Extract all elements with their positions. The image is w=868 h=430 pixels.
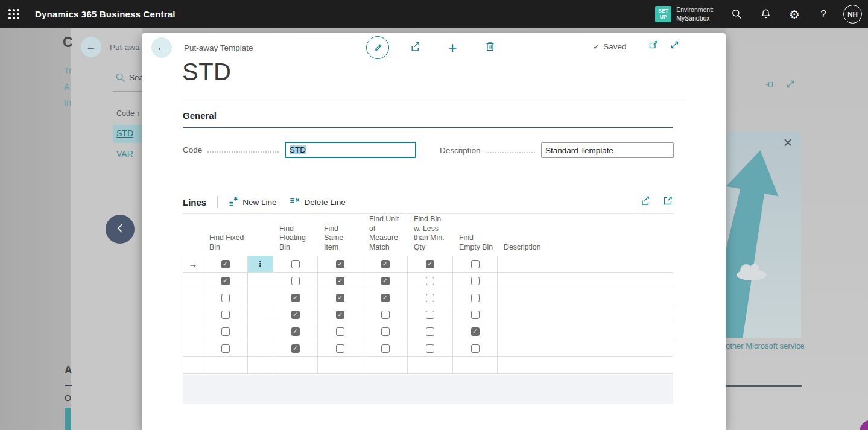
column-header-description[interactable]: Description bbox=[498, 243, 673, 256]
checkbox-find_same_item-checked[interactable]: ✓ bbox=[336, 311, 344, 319]
checkbox-find_floating_bin-checked[interactable]: ✓ bbox=[291, 294, 300, 302]
cell-description[interactable] bbox=[498, 273, 673, 289]
cell-find_bin_less_min[interactable] bbox=[408, 306, 453, 323]
checkbox-find_uom_match-unchecked[interactable] bbox=[381, 344, 390, 353]
user-avatar[interactable]: NH bbox=[843, 5, 862, 24]
checkbox-find_empty_bin-unchecked[interactable] bbox=[471, 344, 480, 353]
new-button[interactable]: + bbox=[441, 36, 464, 59]
checkbox-find_fixed_bin-checked[interactable]: ✓ bbox=[221, 260, 230, 268]
checkbox-find_floating_bin-unchecked[interactable] bbox=[291, 260, 300, 268]
code-input[interactable]: STD bbox=[285, 142, 416, 158]
cell-find_fixed_bin[interactable] bbox=[203, 289, 248, 306]
cell-find_same_item[interactable] bbox=[318, 323, 363, 340]
share-lines-icon[interactable] bbox=[640, 195, 651, 209]
checkbox-find_floating_bin-unchecked[interactable] bbox=[291, 277, 300, 285]
cell-find_bin_less_min[interactable] bbox=[408, 340, 453, 356]
share-button[interactable] bbox=[404, 36, 426, 59]
cell-find_bin_less_min[interactable]: ✓ bbox=[408, 256, 453, 272]
checkbox-find_bin_less_min-unchecked[interactable] bbox=[426, 294, 434, 302]
new-line-button[interactable]: New Line bbox=[228, 196, 276, 209]
checkbox-find_fixed_bin-unchecked[interactable] bbox=[221, 311, 230, 319]
search-button[interactable] bbox=[722, 0, 751, 28]
checkbox-find_same_item-checked[interactable]: ✓ bbox=[336, 277, 344, 285]
checkbox-find_bin_less_min-unchecked[interactable] bbox=[426, 327, 434, 336]
checkbox-find_uom_match-checked[interactable]: ✓ bbox=[381, 260, 390, 268]
cell-find_uom_match[interactable]: ✓ bbox=[363, 273, 408, 289]
cell-find_empty_bin[interactable] bbox=[453, 289, 498, 306]
cell-find_uom_match[interactable]: ✓ bbox=[363, 256, 408, 272]
checkbox-find_uom_match-checked[interactable]: ✓ bbox=[381, 294, 390, 302]
cell-find_bin_less_min[interactable] bbox=[408, 289, 453, 306]
cell-find_floating_bin[interactable]: ✓ bbox=[273, 340, 318, 356]
focus-mode-icon[interactable] bbox=[663, 195, 673, 209]
cell-find_fixed_bin[interactable] bbox=[203, 306, 248, 323]
app-launcher-button[interactable] bbox=[0, 0, 28, 28]
checkbox-find_fixed_bin-unchecked[interactable] bbox=[221, 294, 230, 302]
checkbox-find_empty_bin-unchecked[interactable] bbox=[471, 260, 480, 268]
cell-description[interactable] bbox=[498, 256, 673, 272]
checkbox-find_bin_less_min-checked[interactable]: ✓ bbox=[426, 260, 434, 268]
cell-find_same_item[interactable]: ✓ bbox=[318, 306, 363, 323]
cell-find_floating_bin[interactable]: ✓ bbox=[273, 306, 318, 323]
checkbox-find_uom_match-unchecked[interactable] bbox=[381, 327, 390, 336]
cell-find_fixed_bin[interactable] bbox=[203, 323, 248, 340]
cell-find_bin_less_min[interactable] bbox=[408, 273, 453, 289]
cell-find_same_item[interactable]: ✓ bbox=[318, 289, 363, 306]
cell-find_same_item[interactable] bbox=[318, 340, 363, 356]
cell-find_fixed_bin[interactable]: ✓ bbox=[203, 256, 248, 272]
delete-line-button[interactable]: Delete Line bbox=[290, 197, 345, 207]
checkbox-find_fixed_bin-checked[interactable]: ✓ bbox=[221, 277, 230, 285]
cell-find_fixed_bin[interactable] bbox=[203, 340, 248, 356]
checkbox-find_uom_match-unchecked[interactable] bbox=[381, 311, 390, 319]
column-header-find_bin_less_min[interactable]: Find Bin w. Less than Min. Qty bbox=[408, 215, 453, 256]
settings-button[interactable]: ⚙ bbox=[780, 0, 809, 28]
help-button[interactable]: ? bbox=[809, 0, 838, 28]
cell-find_bin_less_min[interactable] bbox=[408, 323, 453, 340]
cell-find_floating_bin[interactable]: ✓ bbox=[273, 323, 318, 340]
checkbox-find_empty_bin-unchecked[interactable] bbox=[471, 311, 480, 319]
checkbox-find_empty_bin-unchecked[interactable] bbox=[471, 277, 480, 285]
checkbox-find_bin_less_min-unchecked[interactable] bbox=[426, 344, 434, 353]
cell-find_floating_bin[interactable] bbox=[273, 273, 318, 289]
cell-find_floating_bin[interactable]: ✓ bbox=[273, 289, 318, 306]
cell-description[interactable] bbox=[498, 340, 673, 356]
checkbox-find_same_item-unchecked[interactable] bbox=[336, 344, 344, 353]
column-header-find_fixed_bin[interactable]: Find Fixed Bin bbox=[203, 233, 248, 256]
checkbox-find_fixed_bin-unchecked[interactable] bbox=[221, 327, 230, 336]
checkbox-find_bin_less_min-unchecked[interactable] bbox=[426, 311, 434, 319]
cell-find_uom_match[interactable] bbox=[363, 323, 408, 340]
checkbox-find_empty_bin-unchecked[interactable] bbox=[471, 294, 480, 302]
cell-find_uom_match[interactable] bbox=[363, 340, 408, 356]
checkbox-find_bin_less_min-unchecked[interactable] bbox=[426, 277, 434, 285]
cell-description[interactable] bbox=[498, 289, 673, 306]
description-input[interactable]: Standard Template bbox=[541, 142, 674, 158]
checkbox-find_floating_bin-checked[interactable]: ✓ bbox=[291, 327, 300, 336]
environment-badge[interactable]: SET UP bbox=[655, 6, 671, 22]
checkbox-find_empty_bin-checked[interactable]: ✓ bbox=[471, 327, 480, 336]
checkbox-find_same_item-unchecked[interactable] bbox=[336, 327, 344, 336]
column-header-find_same_item[interactable]: Find Same Item bbox=[318, 224, 363, 256]
cell-find_floating_bin[interactable] bbox=[273, 256, 318, 272]
cell-description[interactable] bbox=[498, 323, 673, 340]
cell-find_empty_bin[interactable] bbox=[453, 256, 498, 272]
column-header-find_uom_match[interactable]: Find Unit of Measure Match bbox=[363, 215, 408, 256]
checkbox-find_floating_bin-checked[interactable]: ✓ bbox=[291, 311, 300, 319]
cell-find_uom_match[interactable] bbox=[363, 306, 408, 323]
cell-find_fixed_bin[interactable]: ✓ bbox=[203, 273, 248, 289]
cell-find_same_item[interactable]: ✓ bbox=[318, 256, 363, 272]
expand-icon[interactable] bbox=[670, 40, 680, 52]
checkbox-find_same_item-checked[interactable]: ✓ bbox=[336, 260, 344, 268]
cell-find_empty_bin[interactable] bbox=[453, 306, 498, 323]
cell-find_uom_match[interactable]: ✓ bbox=[363, 289, 408, 306]
cell-find_same_item[interactable]: ✓ bbox=[318, 273, 363, 289]
checkbox-find_uom_match-checked[interactable]: ✓ bbox=[381, 277, 390, 285]
column-header-find_empty_bin[interactable]: Find Empty Bin bbox=[453, 233, 498, 256]
open-in-window-icon[interactable] bbox=[648, 40, 659, 52]
notifications-button[interactable] bbox=[751, 0, 780, 28]
checkbox-find_floating_bin-checked[interactable]: ✓ bbox=[291, 344, 300, 353]
cell-find_empty_bin[interactable]: ✓ bbox=[453, 323, 498, 340]
checkbox-find_same_item-checked[interactable]: ✓ bbox=[336, 294, 344, 302]
checkbox-find_fixed_bin-unchecked[interactable] bbox=[221, 344, 230, 353]
cell-find_empty_bin[interactable] bbox=[453, 340, 498, 356]
delete-button[interactable] bbox=[478, 36, 501, 59]
